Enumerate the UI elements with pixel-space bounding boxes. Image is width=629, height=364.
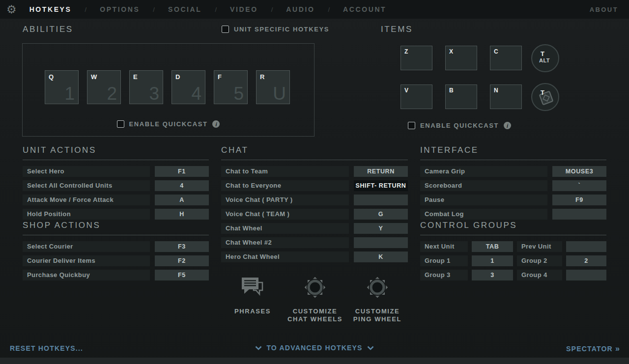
item-slot-5[interactable]: B (445, 84, 477, 109)
table-row: Chat to Everyone SHIFT- RETURN (221, 180, 408, 191)
hotkey-button[interactable]: Y (354, 223, 408, 234)
abilities-panel: Q 1 W 2 E 3 D 4 F 5 R U ENABLE QUICKCAST… (22, 43, 314, 137)
tab-video[interactable]: VIDEO (230, 5, 258, 13)
to-advanced-hotkeys-label: TO ADVANCED HOTKEYS (266, 344, 362, 352)
hotkey-button[interactable]: 2 (566, 255, 606, 266)
hotkey-button[interactable] (566, 270, 606, 280)
hotkey-button[interactable]: F3 (155, 241, 209, 252)
action-label: Chat to Everyone (221, 180, 349, 191)
control-groups-title: CONTROL GROUPS (420, 221, 606, 230)
table-row: Courier Deliver Items F2 (23, 255, 209, 266)
hotkey-button[interactable]: K (354, 252, 408, 262)
items-title: ITEMS (381, 25, 413, 34)
item-hotkey: C (494, 48, 498, 55)
table-row: Select Hero F1 (23, 166, 209, 177)
hotkey-button[interactable] (566, 241, 606, 252)
ability-slot-4[interactable]: D 4 (172, 70, 205, 104)
hotkey-button[interactable]: F1 (155, 166, 209, 177)
tab-options[interactable]: OPTIONS (100, 5, 140, 13)
hotkey-button[interactable]: G (354, 209, 408, 220)
control-groups-section: CONTROL GROUPS Next Unit TAB Prev Unit G… (420, 221, 606, 284)
ability-hotkey: D (175, 73, 180, 81)
hotkey-button[interactable]: 1 (472, 255, 513, 266)
abilities-quickcast-checkbox[interactable] (117, 120, 124, 128)
ability-slots: Q 1 W 2 E 3 D 4 F 5 R U (45, 70, 290, 104)
hotkey-button[interactable]: H (155, 209, 209, 220)
table-row: Attack Move / Force Attack A (23, 195, 209, 205)
table-row: Voice Chat ( PARTY ) (221, 195, 408, 205)
action-label: Courier Deliver Items (23, 255, 150, 266)
tab-social[interactable]: SOCIAL (168, 5, 202, 13)
top-nav: ⚙ HOTKEYS / OPTIONS / SOCIAL / VIDEO / A… (0, 0, 629, 19)
about-link[interactable]: ABOUT (590, 6, 618, 13)
chat-title: CHAT (221, 145, 408, 155)
ability-slot-ultimate[interactable]: R U (256, 70, 290, 104)
action-label: Hero Chat Wheel (221, 252, 349, 262)
tab-hotkeys[interactable]: HOTKEYS (29, 5, 72, 13)
ability-slot-number: 4 (191, 84, 201, 104)
customize-chat-wheels-button[interactable]: CUSTOMIZE CHAT WHEELS (286, 273, 344, 323)
spectator-link[interactable]: SPECTATOR » (566, 344, 620, 353)
phrases-button[interactable]: PHRASES (224, 273, 282, 323)
item-slot-1[interactable]: Z (400, 46, 432, 70)
item-slot-4[interactable]: V (400, 84, 432, 109)
item-slot-6[interactable]: N (490, 84, 522, 109)
hotkey-button[interactable]: F5 (155, 270, 209, 280)
info-icon[interactable]: i (212, 120, 220, 128)
action-label: Camera Grip (420, 166, 547, 177)
table-row: Group 1 1 Group 2 2 (420, 255, 606, 266)
hotkey-button[interactable]: F9 (552, 195, 606, 205)
hotkey-button[interactable]: A (155, 195, 209, 205)
tab-account[interactable]: ACCOUNT (343, 5, 386, 13)
unit-specific-label: UNIT SPECIFIC HOTKEYS (234, 26, 329, 33)
hotkey-button[interactable] (552, 209, 606, 220)
tab-audio[interactable]: AUDIO (286, 5, 314, 13)
hotkey-button[interactable]: RETURN (354, 166, 408, 177)
ping-wheel-icon (364, 274, 391, 301)
hotkey-button[interactable]: ` (552, 180, 606, 191)
unit-specific-checkbox[interactable] (222, 26, 229, 33)
hotkey-button[interactable]: F2 (155, 255, 209, 266)
to-advanced-hotkeys-link[interactable]: TO ADVANCED HOTKEYS (255, 344, 373, 352)
chevron-down-icon (255, 346, 262, 350)
neutral-hotkey: T (541, 89, 544, 96)
hotkey-button[interactable]: 3 (472, 270, 513, 280)
action-label: Group 2 (517, 255, 562, 266)
item-slot-2[interactable]: X (445, 46, 477, 70)
ability-slot-3[interactable]: E 3 (129, 70, 163, 104)
table-row: Camera Grip MOUSE3 (420, 166, 606, 177)
action-label: Group 4 (517, 270, 562, 280)
ability-slot-2[interactable]: W 2 (87, 70, 121, 104)
ability-slot-1[interactable]: Q 1 (45, 70, 79, 104)
abilities-quickcast-label: ENABLE QUICKCAST (129, 120, 208, 128)
action-label: Group 3 (420, 270, 468, 280)
table-row: Next Unit TAB Prev Unit (420, 241, 606, 252)
hotkey-button[interactable]: MOUSE3 (552, 166, 606, 177)
teleport-modifier: ALT (539, 57, 550, 63)
hotkey-button[interactable]: TAB (472, 241, 513, 252)
action-label: Next Unit (420, 241, 468, 252)
chat-wheel-icon (301, 274, 329, 301)
items-quickcast-checkbox[interactable] (408, 122, 415, 129)
action-label: Chat Wheel (221, 223, 349, 234)
unit-specific-hotkeys-toggle[interactable]: UNIT SPECIFIC HOTKEYS (222, 26, 329, 33)
chat-section: CHAT Chat to Team RETURN Chat to Everyon… (221, 145, 408, 266)
items-quickcast-toggle[interactable]: ENABLE QUICKCAST i (381, 122, 538, 129)
customize-chat-wheels-label-line1: CUSTOMIZE (293, 308, 338, 315)
ability-slot-number: 2 (107, 84, 117, 104)
neutral-item-slot-button[interactable]: T (531, 83, 559, 111)
nav-separator: / (85, 6, 87, 13)
action-label: Chat Wheel #2 (221, 237, 349, 248)
hotkey-button[interactable] (354, 195, 408, 205)
abilities-quickcast-toggle[interactable]: ENABLE QUICKCAST i (23, 120, 314, 128)
hotkey-button[interactable] (354, 237, 408, 248)
spectator-label: SPECTATOR (566, 345, 613, 353)
customize-ping-wheel-button[interactable]: CUSTOMIZE PING WHEEL (348, 273, 406, 323)
action-label: Scoreboard (420, 180, 547, 191)
teleport-slot-button[interactable]: T ALT (531, 44, 559, 72)
hotkey-button[interactable]: 4 (155, 180, 209, 191)
ability-slot-5[interactable]: F 5 (214, 70, 248, 104)
item-slot-3[interactable]: C (490, 46, 522, 70)
info-icon[interactable]: i (504, 122, 511, 129)
hotkey-button[interactable]: SHIFT- RETURN (354, 180, 408, 191)
